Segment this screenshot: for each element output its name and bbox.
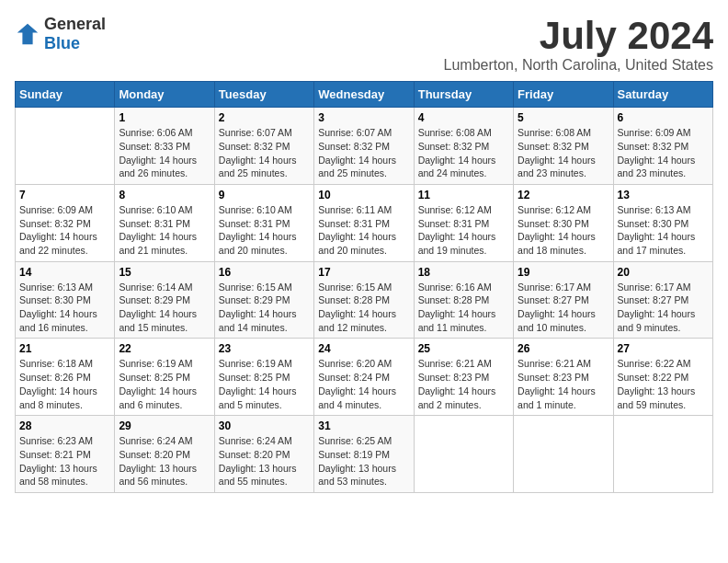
day-number: 13 — [618, 189, 709, 201]
day-cell: 15Sunrise: 6:14 AM Sunset: 8:29 PM Dayli… — [115, 261, 214, 339]
day-info: Sunrise: 6:08 AM Sunset: 8:32 PM Dayligh… — [518, 126, 609, 180]
day-cell — [514, 416, 613, 493]
day-cell: 9Sunrise: 6:10 AM Sunset: 8:31 PM Daylig… — [214, 184, 313, 261]
day-cell: 25Sunrise: 6:21 AM Sunset: 8:23 PM Dayli… — [414, 339, 513, 416]
logo: General Blue — [15, 15, 106, 53]
day-cell: 7Sunrise: 6:09 AM Sunset: 8:32 PM Daylig… — [16, 184, 115, 261]
day-number: 30 — [219, 419, 310, 432]
day-header-sunday: Sunday — [16, 82, 115, 108]
day-info: Sunrise: 6:15 AM Sunset: 8:29 PM Dayligh… — [219, 281, 310, 335]
day-number: 12 — [518, 189, 609, 201]
day-number: 22 — [119, 342, 210, 355]
day-info: Sunrise: 6:11 AM Sunset: 8:31 PM Dayligh… — [318, 203, 409, 258]
week-row-2: 7Sunrise: 6:09 AM Sunset: 8:32 PM Daylig… — [16, 184, 713, 261]
week-row-4: 21Sunrise: 6:18 AM Sunset: 8:26 PM Dayli… — [16, 339, 713, 416]
svg-marker-0 — [17, 24, 38, 44]
day-number: 15 — [119, 266, 210, 279]
main-title: July 2024 — [444, 15, 713, 57]
week-row-3: 14Sunrise: 6:13 AM Sunset: 8:30 PM Dayli… — [16, 261, 713, 339]
day-number: 29 — [119, 419, 210, 432]
day-header-thursday: Thursday — [414, 82, 513, 108]
day-info: Sunrise: 6:24 AM Sunset: 8:20 PM Dayligh… — [119, 434, 210, 488]
day-info: Sunrise: 6:12 AM Sunset: 8:30 PM Dayligh… — [518, 203, 609, 258]
day-info: Sunrise: 6:23 AM Sunset: 8:21 PM Dayligh… — [19, 434, 110, 488]
calendar-header-row: SundayMondayTuesdayWednesdayThursdayFrid… — [16, 82, 713, 108]
day-number: 3 — [318, 111, 409, 124]
calendar-table: SundayMondayTuesdayWednesdayThursdayFrid… — [15, 81, 713, 493]
day-number: 2 — [219, 111, 310, 124]
day-cell: 30Sunrise: 6:24 AM Sunset: 8:20 PM Dayli… — [214, 416, 313, 493]
day-cell: 2Sunrise: 6:07 AM Sunset: 8:32 PM Daylig… — [214, 108, 313, 185]
day-cell: 24Sunrise: 6:20 AM Sunset: 8:24 PM Dayli… — [314, 339, 414, 416]
day-number: 26 — [518, 342, 609, 355]
day-cell: 8Sunrise: 6:10 AM Sunset: 8:31 PM Daylig… — [115, 184, 214, 261]
day-number: 5 — [518, 111, 609, 124]
day-cell: 16Sunrise: 6:15 AM Sunset: 8:29 PM Dayli… — [214, 261, 313, 339]
day-info: Sunrise: 6:24 AM Sunset: 8:20 PM Dayligh… — [219, 434, 310, 488]
day-info: Sunrise: 6:07 AM Sunset: 8:32 PM Dayligh… — [318, 126, 409, 180]
day-cell: 17Sunrise: 6:15 AM Sunset: 8:28 PM Dayli… — [314, 261, 414, 339]
subtitle: Lumberton, North Carolina, United States — [444, 57, 713, 74]
day-number: 6 — [618, 111, 709, 124]
day-info: Sunrise: 6:20 AM Sunset: 8:24 PM Dayligh… — [318, 357, 409, 411]
day-info: Sunrise: 6:13 AM Sunset: 8:30 PM Dayligh… — [618, 203, 709, 258]
day-info: Sunrise: 6:08 AM Sunset: 8:32 PM Dayligh… — [418, 126, 509, 180]
day-info: Sunrise: 6:18 AM Sunset: 8:26 PM Dayligh… — [19, 357, 110, 411]
day-cell: 19Sunrise: 6:17 AM Sunset: 8:27 PM Dayli… — [514, 261, 613, 339]
day-cell: 21Sunrise: 6:18 AM Sunset: 8:26 PM Dayli… — [16, 339, 115, 416]
day-info: Sunrise: 6:16 AM Sunset: 8:28 PM Dayligh… — [418, 281, 509, 335]
header: General Blue July 2024 Lumberton, North … — [15, 15, 713, 74]
day-cell — [414, 416, 513, 493]
day-number: 19 — [518, 266, 609, 279]
day-cell — [613, 416, 712, 493]
day-cell: 1Sunrise: 6:06 AM Sunset: 8:33 PM Daylig… — [115, 108, 214, 185]
day-info: Sunrise: 6:09 AM Sunset: 8:32 PM Dayligh… — [19, 203, 110, 258]
logo-general: General — [44, 15, 106, 33]
day-header-saturday: Saturday — [613, 82, 712, 108]
day-info: Sunrise: 6:21 AM Sunset: 8:23 PM Dayligh… — [418, 357, 509, 411]
day-number: 4 — [418, 111, 509, 124]
day-cell — [16, 108, 115, 185]
day-cell: 10Sunrise: 6:11 AM Sunset: 8:31 PM Dayli… — [314, 184, 414, 261]
day-number: 24 — [318, 342, 409, 355]
day-cell: 22Sunrise: 6:19 AM Sunset: 8:25 PM Dayli… — [115, 339, 214, 416]
day-cell: 20Sunrise: 6:17 AM Sunset: 8:27 PM Dayli… — [613, 261, 712, 339]
day-cell: 3Sunrise: 6:07 AM Sunset: 8:32 PM Daylig… — [314, 108, 414, 185]
day-number: 21 — [19, 342, 110, 355]
day-info: Sunrise: 6:10 AM Sunset: 8:31 PM Dayligh… — [219, 203, 310, 258]
day-info: Sunrise: 6:06 AM Sunset: 8:33 PM Dayligh… — [119, 126, 210, 180]
day-cell: 14Sunrise: 6:13 AM Sunset: 8:30 PM Dayli… — [16, 261, 115, 339]
day-cell: 13Sunrise: 6:13 AM Sunset: 8:30 PM Dayli… — [613, 184, 712, 261]
day-number: 28 — [19, 419, 110, 432]
day-number: 10 — [318, 189, 409, 201]
day-info: Sunrise: 6:19 AM Sunset: 8:25 PM Dayligh… — [219, 357, 310, 411]
day-number: 9 — [219, 189, 310, 201]
day-cell: 31Sunrise: 6:25 AM Sunset: 8:19 PM Dayli… — [314, 416, 414, 493]
day-number: 17 — [318, 266, 409, 279]
day-number: 23 — [219, 342, 310, 355]
day-info: Sunrise: 6:12 AM Sunset: 8:31 PM Dayligh… — [418, 203, 509, 258]
day-info: Sunrise: 6:17 AM Sunset: 8:27 PM Dayligh… — [618, 281, 709, 335]
day-cell: 12Sunrise: 6:12 AM Sunset: 8:30 PM Dayli… — [514, 184, 613, 261]
day-cell: 4Sunrise: 6:08 AM Sunset: 8:32 PM Daylig… — [414, 108, 513, 185]
day-number: 14 — [19, 266, 110, 279]
day-number: 1 — [119, 111, 210, 124]
day-header-tuesday: Tuesday — [214, 82, 313, 108]
day-number: 20 — [618, 266, 709, 279]
week-row-5: 28Sunrise: 6:23 AM Sunset: 8:21 PM Dayli… — [16, 416, 713, 493]
title-area: July 2024 Lumberton, North Carolina, Uni… — [444, 15, 713, 74]
calendar-body: 1Sunrise: 6:06 AM Sunset: 8:33 PM Daylig… — [16, 108, 713, 493]
day-info: Sunrise: 6:09 AM Sunset: 8:32 PM Dayligh… — [618, 126, 709, 180]
week-row-1: 1Sunrise: 6:06 AM Sunset: 8:33 PM Daylig… — [16, 108, 713, 185]
logo-icon — [15, 21, 40, 47]
day-cell: 27Sunrise: 6:22 AM Sunset: 8:22 PM Dayli… — [613, 339, 712, 416]
day-cell: 29Sunrise: 6:24 AM Sunset: 8:20 PM Dayli… — [115, 416, 214, 493]
day-info: Sunrise: 6:07 AM Sunset: 8:32 PM Dayligh… — [219, 126, 310, 180]
day-number: 25 — [418, 342, 509, 355]
day-cell: 6Sunrise: 6:09 AM Sunset: 8:32 PM Daylig… — [613, 108, 712, 185]
day-header-friday: Friday — [514, 82, 613, 108]
day-number: 11 — [418, 189, 509, 201]
day-info: Sunrise: 6:21 AM Sunset: 8:23 PM Dayligh… — [518, 357, 609, 411]
day-number: 7 — [19, 189, 110, 201]
day-header-monday: Monday — [115, 82, 214, 108]
